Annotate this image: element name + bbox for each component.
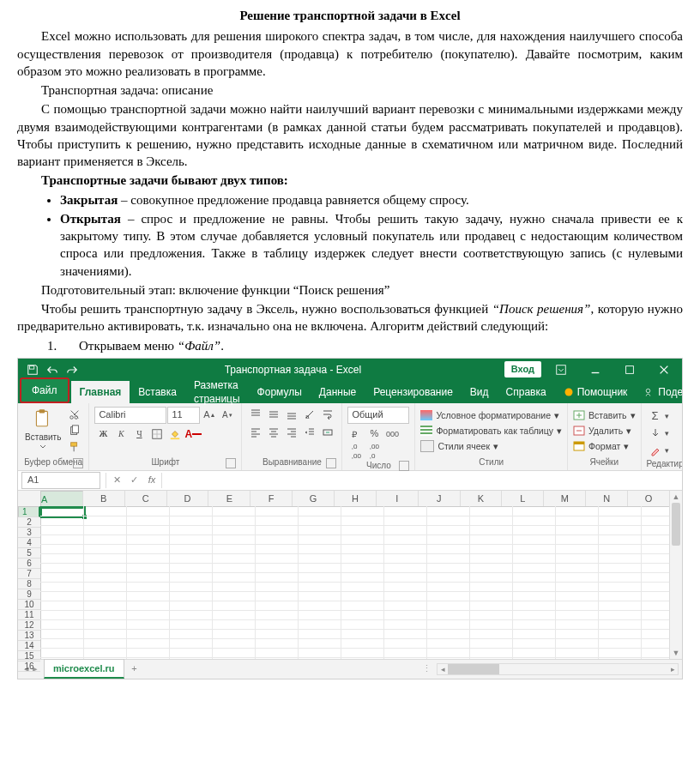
layout-tab[interactable]: Разметка страницы xyxy=(185,381,249,403)
enter-fx-icon[interactable]: ✓ xyxy=(125,472,142,489)
data-tab[interactable]: Данные xyxy=(311,381,365,403)
column-headers[interactable]: ABCDEFGHIJKLMNO xyxy=(40,491,670,507)
decrease-indent-icon[interactable] xyxy=(301,425,318,440)
status-bar: − + 100 % xyxy=(18,679,682,679)
sheet-tab[interactable]: microexcel.ru xyxy=(44,659,124,679)
decrease-font-icon[interactable]: A▼ xyxy=(219,408,236,423)
cut-icon[interactable] xyxy=(66,407,83,422)
alignment-label: Выравнивание xyxy=(262,457,322,467)
formulas-tab[interactable]: Формулы xyxy=(249,381,311,403)
font-name-select[interactable]: Calibri xyxy=(94,407,166,424)
borders-icon[interactable] xyxy=(148,426,166,442)
ribbon: Вставить Буфер обмена Calibri 11 xyxy=(18,403,682,471)
orientation-icon[interactable]: a xyxy=(301,407,318,422)
paste-button[interactable]: Вставить xyxy=(23,407,63,451)
wrap-text-icon[interactable] xyxy=(319,407,336,422)
font-group: Calibri 11 A▲ A▼ Ж К Ч A Шрифт xyxy=(89,403,242,470)
signin-button[interactable]: Вход xyxy=(504,361,541,377)
number-label: Число xyxy=(366,461,391,470)
copy-icon[interactable] xyxy=(66,423,83,438)
minimize-icon[interactable] xyxy=(581,359,610,381)
formula-input[interactable] xyxy=(161,473,682,488)
format-cells-button[interactable]: Формат ▾ xyxy=(573,439,629,453)
horizontal-scrollbar[interactable]: ◂ ▸ xyxy=(437,663,679,675)
row-headers[interactable]: 12345678910111213141516 xyxy=(18,506,41,659)
doc-p4: Транспортные задачи бывают двух типов: xyxy=(17,172,683,189)
svg-rect-13 xyxy=(171,438,180,439)
font-dialog-icon[interactable] xyxy=(226,458,236,468)
accounting-icon[interactable]: ₽ xyxy=(347,426,365,442)
comma-icon[interactable]: 000 xyxy=(383,426,401,442)
save-icon[interactable] xyxy=(23,360,42,379)
ribbon-tabs: Файл Главная Вставка Разметка страницы Ф… xyxy=(18,381,682,403)
svg-rect-1 xyxy=(557,365,566,375)
select-all-corner[interactable] xyxy=(18,491,41,507)
fill-icon[interactable] xyxy=(647,426,664,441)
align-left-icon[interactable] xyxy=(247,425,264,440)
svg-text:₽: ₽ xyxy=(352,430,358,439)
align-right-icon[interactable] xyxy=(283,425,300,440)
svg-rect-0 xyxy=(30,365,34,369)
insert-tab[interactable]: Вставка xyxy=(130,381,185,403)
italic-icon[interactable]: К xyxy=(112,426,130,442)
clipboard-group: Вставить Буфер обмена xyxy=(18,403,89,470)
excel-title: Транспортная задача - Excel xyxy=(81,363,504,377)
font-label: Шрифт xyxy=(151,457,179,467)
svg-rect-2 xyxy=(626,365,634,373)
number-format-select[interactable]: Общий xyxy=(347,407,409,424)
help-tab[interactable]: Справка xyxy=(498,381,555,403)
decrease-decimal-icon[interactable]: ,00,0 xyxy=(365,444,383,460)
file-tab[interactable]: Файл xyxy=(20,377,69,403)
conditional-formatting-button[interactable]: Условное форматирование ▾ xyxy=(420,408,559,422)
editing-group: Σ▾ ▾ ▾ Редактирование xyxy=(642,403,683,470)
merge-icon[interactable] xyxy=(319,425,336,440)
bold-icon[interactable]: Ж xyxy=(94,426,112,442)
share-button[interactable]: Поделиться xyxy=(636,381,683,403)
ribbon-options-icon[interactable] xyxy=(546,359,576,381)
close-icon[interactable] xyxy=(649,359,679,381)
worksheet[interactable]: ABCDEFGHIJKLMNO 12345678910111213141516 … xyxy=(18,491,682,659)
vertical-scrollbar[interactable]: ▲ ▼ xyxy=(669,491,682,659)
percent-icon[interactable]: % xyxy=(365,426,383,442)
clear-icon[interactable] xyxy=(647,443,664,458)
redo-icon[interactable] xyxy=(63,360,81,379)
format-as-table-button[interactable]: Форматировать как таблицу ▾ xyxy=(420,424,562,438)
underline-icon[interactable]: Ч xyxy=(130,426,148,442)
align-top-icon[interactable] xyxy=(247,407,264,422)
align-middle-icon[interactable] xyxy=(265,407,282,422)
autosum-icon[interactable]: Σ xyxy=(647,408,664,424)
home-tab[interactable]: Главная xyxy=(71,381,130,403)
name-box[interactable]: A1 xyxy=(21,472,100,489)
insert-cells-button[interactable]: Вставить ▾ xyxy=(573,408,636,422)
undo-icon[interactable] xyxy=(43,360,62,379)
format-painter-icon[interactable] xyxy=(66,439,83,455)
number-dialog-icon[interactable] xyxy=(399,461,409,471)
excel-titlebar: Транспортная задача - Excel Вход xyxy=(18,359,682,381)
font-color-icon[interactable]: A xyxy=(184,426,202,442)
doc-ol1: Открываем меню “Файл”. xyxy=(60,337,683,354)
fill-color-icon[interactable] xyxy=(166,426,184,442)
svg-rect-10 xyxy=(73,426,79,433)
increase-decimal-icon[interactable]: ,0,00 xyxy=(347,444,365,460)
view-tab[interactable]: Вид xyxy=(462,381,498,403)
align-bottom-icon[interactable] xyxy=(283,407,300,422)
clipboard-dialog-icon[interactable] xyxy=(73,458,83,468)
review-tab[interactable]: Рецензирование xyxy=(365,381,462,403)
cells-area[interactable] xyxy=(40,506,670,659)
tellme-tab[interactable]: Помощник xyxy=(555,381,637,403)
fx-icon[interactable]: fx xyxy=(142,472,160,489)
svg-rect-5 xyxy=(37,411,48,426)
increase-font-icon[interactable]: A▲ xyxy=(201,408,218,423)
add-sheet-button[interactable]: + xyxy=(124,660,145,679)
font-size-select[interactable]: 11 xyxy=(167,407,200,424)
doc-li1: Закрытая – совокупное предложение продав… xyxy=(60,191,683,208)
svg-rect-6 xyxy=(39,409,45,413)
doc-p5: Подготовительный этап: включение функции… xyxy=(17,281,683,299)
maximize-icon[interactable] xyxy=(615,359,644,381)
delete-cells-button[interactable]: Удалить ▾ xyxy=(573,424,631,438)
align-center-icon[interactable] xyxy=(265,425,282,440)
formula-bar: A1 ✕ ✓ fx xyxy=(18,471,682,491)
cancel-fx-icon[interactable]: ✕ xyxy=(108,472,125,489)
cell-styles-button[interactable]: Стили ячеек ▾ xyxy=(420,439,498,453)
alignment-dialog-icon[interactable] xyxy=(326,458,336,468)
